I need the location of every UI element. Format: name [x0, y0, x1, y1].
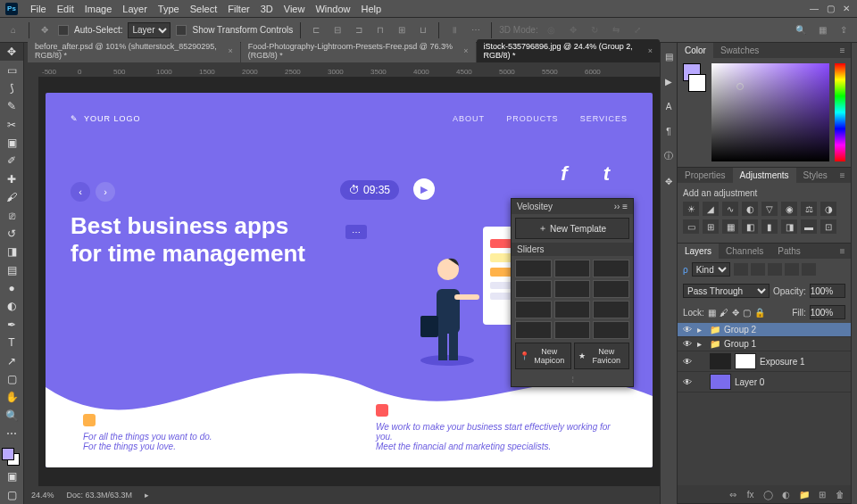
- healing-tool[interactable]: ✚: [0, 170, 23, 188]
- menu-layer[interactable]: Layer: [117, 4, 153, 14]
- slider-preset[interactable]: [554, 301, 591, 318]
- paths-tab[interactable]: Paths: [770, 244, 808, 259]
- panel-grip-icon[interactable]: ⸽: [512, 373, 633, 386]
- slider-preset[interactable]: [554, 321, 591, 339]
- filter-adjust-icon[interactable]: [751, 263, 765, 276]
- menu-view[interactable]: View: [279, 4, 311, 14]
- layer-row[interactable]: 👁▸📁Group 1: [678, 337, 851, 351]
- slider-preset[interactable]: [515, 301, 552, 318]
- maximize-icon[interactable]: ▢: [825, 4, 836, 14]
- new-group-icon[interactable]: 📁: [797, 488, 811, 500]
- home-icon[interactable]: ⌂: [5, 22, 21, 38]
- lock-transparent-icon[interactable]: ▦: [708, 308, 716, 318]
- hand-tool[interactable]: ✋: [0, 388, 23, 406]
- panel-menu-icon[interactable]: ≡: [835, 43, 851, 58]
- shape-tool[interactable]: ▢: [0, 370, 23, 388]
- layer-row[interactable]: 👁Exposure 1: [678, 351, 851, 372]
- show-transform-checkbox[interactable]: [176, 25, 187, 36]
- filter-shape-icon[interactable]: [785, 263, 799, 276]
- align-center-h-icon[interactable]: ⊟: [329, 22, 345, 38]
- slider-preset[interactable]: [593, 321, 629, 339]
- lock-pixels-icon[interactable]: 🖌: [720, 308, 728, 318]
- move-tool[interactable]: ✥: [0, 43, 23, 61]
- arrange-icon[interactable]: ▦: [814, 22, 830, 38]
- search-icon[interactable]: 🔍: [793, 22, 809, 38]
- eyedropper-tool[interactable]: ✐: [0, 152, 23, 169]
- layer-style-icon[interactable]: fx: [744, 488, 758, 500]
- lock-artboard-icon[interactable]: ▢: [743, 308, 751, 318]
- filter-pixel-icon[interactable]: [734, 263, 748, 276]
- slider-preset[interactable]: [515, 280, 552, 298]
- more-align-icon[interactable]: ⋯: [468, 22, 484, 38]
- menu-edit[interactable]: Edit: [52, 4, 79, 14]
- fill-input[interactable]: [810, 305, 845, 319]
- color-swatches[interactable]: [0, 446, 23, 467]
- doc-tab-1[interactable]: before_after.psd @ 101% (shutterstock_85…: [28, 39, 240, 62]
- new-favicon-button[interactable]: ★New Favicon: [574, 343, 630, 369]
- invert-icon[interactable]: ◧: [742, 219, 758, 234]
- new-mapicon-button[interactable]: 📍New Mapicon: [515, 343, 571, 369]
- panel-menu-icon[interactable]: ≡: [835, 244, 851, 259]
- blend-mode-dropdown[interactable]: Pass Through: [683, 284, 770, 298]
- velositey-panel[interactable]: Velositey›› ≡ ＋New Template Sliders 📍New…: [511, 198, 634, 387]
- channel-mixer-icon[interactable]: ⊞: [703, 219, 719, 234]
- new-fill-icon[interactable]: ◐: [779, 488, 794, 500]
- marquee-tool[interactable]: ▭: [0, 61, 23, 78]
- slider-preset[interactable]: [554, 260, 591, 277]
- status-arrow-icon[interactable]: ▸: [145, 491, 149, 500]
- align-left-icon[interactable]: ⊏: [308, 22, 324, 38]
- brush-tool[interactable]: 🖌: [0, 188, 23, 206]
- quick-select-tool[interactable]: ✎: [0, 97, 23, 115]
- filter-smart-icon[interactable]: [802, 263, 816, 276]
- foreground-swatch[interactable]: [2, 448, 14, 460]
- exposure-icon[interactable]: ◐: [742, 202, 758, 216]
- levels-icon[interactable]: ◢: [703, 202, 719, 216]
- layer-name[interactable]: Exposure 1: [760, 357, 805, 367]
- navigator-icon[interactable]: ✥: [661, 173, 677, 189]
- align-middle-icon[interactable]: ⊞: [394, 22, 410, 38]
- paragraph-icon[interactable]: ¶: [661, 123, 677, 139]
- hue-slider[interactable]: [835, 63, 845, 161]
- align-top-icon[interactable]: ⊓: [372, 22, 388, 38]
- blur-tool[interactable]: ●: [0, 279, 23, 297]
- tab-close-icon[interactable]: ×: [463, 46, 468, 55]
- bw-icon[interactable]: ◑: [820, 202, 836, 216]
- menu-window[interactable]: Window: [310, 4, 355, 14]
- panel-menu-icon[interactable]: ≡: [835, 168, 851, 183]
- character-icon[interactable]: A: [661, 98, 677, 114]
- align-right-icon[interactable]: ⊐: [351, 22, 367, 38]
- pen-tool[interactable]: ✒: [0, 316, 23, 334]
- info-icon[interactable]: ⓘ: [661, 148, 677, 164]
- minimize-icon[interactable]: —: [809, 4, 820, 14]
- slider-preset[interactable]: [593, 301, 629, 318]
- channels-tab[interactable]: Channels: [719, 244, 770, 259]
- bg-color-swatch[interactable]: [688, 74, 706, 92]
- path-tool[interactable]: ↗: [0, 351, 23, 369]
- curves-icon[interactable]: ∿: [722, 202, 738, 216]
- styles-tab[interactable]: Styles: [796, 168, 835, 183]
- canvas[interactable]: ✎ YOUR LOGO ABOUT PRODUCTS SERVICES ‹ › …: [38, 77, 660, 486]
- link-layers-icon[interactable]: ⇔: [726, 488, 740, 500]
- brightness-icon[interactable]: ☀: [683, 202, 699, 216]
- auto-select-checkbox[interactable]: [58, 25, 69, 36]
- gradient-map-icon[interactable]: ▬: [801, 219, 817, 234]
- properties-tab[interactable]: Properties: [678, 168, 733, 183]
- share-icon[interactable]: ⇪: [836, 22, 852, 38]
- auto-select-dropdown[interactable]: Layer: [128, 22, 171, 38]
- color-balance-icon[interactable]: ⚖: [801, 202, 817, 216]
- layer-name[interactable]: Layer 0: [735, 377, 764, 387]
- slider-preset[interactable]: [515, 260, 552, 277]
- folder-toggle-icon[interactable]: ▸: [697, 339, 706, 349]
- menu-filter[interactable]: Filter: [222, 4, 254, 14]
- doc-tab-2[interactable]: Food-Photography-Lightroom-Presets-Free.…: [241, 39, 476, 62]
- vibrance-icon[interactable]: ▽: [761, 202, 778, 216]
- slider-preset[interactable]: [593, 280, 629, 298]
- quickmask-tool[interactable]: ▣: [0, 467, 23, 485]
- history-icon[interactable]: ▤: [661, 48, 677, 64]
- slider-preset[interactable]: [593, 260, 629, 277]
- menu-type[interactable]: Type: [153, 4, 185, 14]
- menu-image[interactable]: Image: [79, 4, 118, 14]
- layers-tab[interactable]: Layers: [678, 244, 719, 259]
- tab-close-icon[interactable]: ×: [228, 46, 232, 55]
- align-bottom-icon[interactable]: ⊔: [415, 22, 431, 38]
